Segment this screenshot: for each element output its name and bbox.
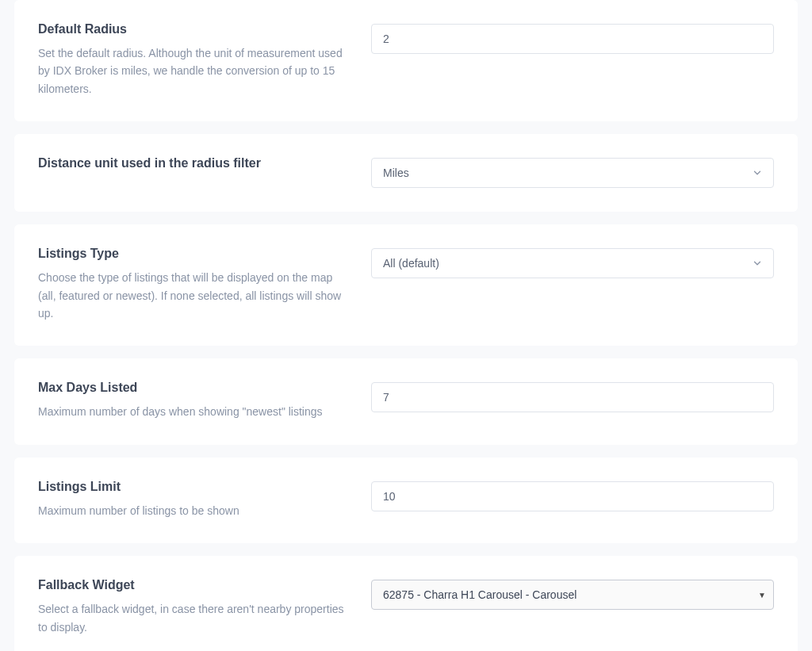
fallback-widget-title: Fallback Widget [38, 578, 346, 592]
max-days-input-col [371, 381, 774, 412]
listings-limit-input-col [371, 480, 774, 511]
fallback-widget-description: Select a fallback widget, in case there … [38, 600, 346, 636]
listings-type-select[interactable]: All (default) [371, 248, 774, 278]
listings-limit-label-col: Listings Limit Maximum number of listing… [38, 480, 352, 519]
listings-type-description: Choose the type of listings that will be… [38, 269, 346, 322]
listings-limit-input[interactable] [371, 481, 774, 511]
listings-type-title: Listings Type [38, 247, 346, 261]
distance-unit-select[interactable]: Miles [371, 158, 774, 188]
distance-unit-card: Distance unit used in the radius filter … [14, 134, 798, 212]
max-days-description: Maximum number of days when showing "new… [38, 403, 346, 420]
listings-type-label-col: Listings Type Choose the type of listing… [38, 247, 352, 322]
fallback-widget-select[interactable]: 62875 - Charra H1 Carousel - Carousel [371, 580, 774, 610]
default-radius-input[interactable] [371, 24, 774, 54]
fallback-widget-input-col: 62875 - Charra H1 Carousel - Carousel ▼ [371, 578, 774, 610]
distance-unit-label-col: Distance unit used in the radius filter [38, 156, 352, 178]
default-radius-input-col [371, 22, 774, 54]
default-radius-title: Default Radius [38, 22, 346, 36]
max-days-title: Max Days Listed [38, 381, 346, 395]
max-days-label-col: Max Days Listed Maximum number of days w… [38, 381, 352, 420]
default-radius-card: Default Radius Set the default radius. A… [14, 0, 798, 121]
fallback-widget-card: Fallback Widget Select a fallback widget… [14, 556, 798, 651]
max-days-input[interactable] [371, 382, 774, 412]
listings-type-value: All (default) [383, 257, 439, 270]
listings-type-input-col: All (default) [371, 247, 774, 278]
max-days-card: Max Days Listed Maximum number of days w… [14, 358, 798, 444]
distance-unit-value: Miles [383, 167, 409, 179]
default-radius-description: Set the default radius. Although the uni… [38, 44, 346, 98]
default-radius-label-col: Default Radius Set the default radius. A… [38, 22, 352, 98]
listings-type-card: Listings Type Choose the type of listing… [14, 224, 798, 346]
distance-unit-title: Distance unit used in the radius filter [38, 156, 346, 170]
listings-limit-title: Listings Limit [38, 480, 346, 494]
distance-unit-input-col: Miles [371, 156, 774, 188]
listings-limit-card: Listings Limit Maximum number of listing… [14, 458, 798, 543]
listings-limit-description: Maximum number of listings to be shown [38, 502, 346, 519]
fallback-widget-label-col: Fallback Widget Select a fallback widget… [38, 578, 352, 636]
